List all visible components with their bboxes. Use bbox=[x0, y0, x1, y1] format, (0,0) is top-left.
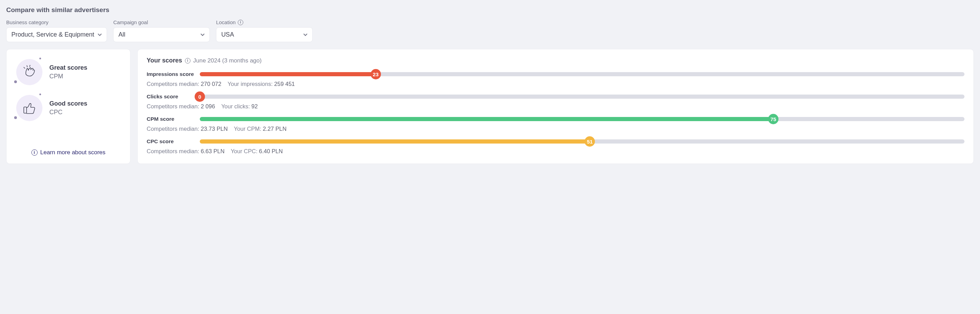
score-name: Clicks score bbox=[146, 94, 195, 100]
score-name: CPM score bbox=[146, 116, 195, 122]
great-scores-title: Great scores bbox=[49, 64, 87, 72]
score-row: Impressions score23Competitors median: 2… bbox=[146, 71, 964, 87]
location-select[interactable]: USA bbox=[216, 27, 313, 42]
median-value: 6.63 PLN bbox=[201, 148, 224, 154]
page-title: Compare with similar advertisers bbox=[6, 6, 974, 14]
high-five-icon bbox=[16, 59, 43, 85]
scores-header: Your scores i June 2024 (3 months ago) bbox=[146, 57, 964, 64]
score-details: Competitors median: 270 072Your impressi… bbox=[146, 81, 964, 87]
select-value: Product, Service & Equipment bbox=[11, 31, 94, 38]
good-scores-title: Good scores bbox=[49, 100, 87, 107]
filter-business-category: Business category Product, Service & Equ… bbox=[6, 19, 107, 42]
info-icon[interactable]: i bbox=[238, 20, 243, 25]
scores-date: June 2024 (3 months ago) bbox=[193, 57, 262, 64]
good-scores-row: Good scores CPC bbox=[16, 95, 121, 121]
yours-value: 259 451 bbox=[274, 81, 295, 87]
score-details: Competitors median: 23.73 PLNYour CPM: 2… bbox=[146, 126, 964, 132]
median-label: Competitors median: bbox=[146, 81, 201, 87]
score-value-badge: 75 bbox=[768, 114, 778, 124]
filter-campaign-goal: Campaign goal All bbox=[113, 19, 210, 42]
yours-label: Your clicks: bbox=[221, 103, 251, 109]
median-value: 2 096 bbox=[201, 103, 215, 109]
score-bar-fill bbox=[200, 117, 773, 121]
select-value: All bbox=[118, 31, 125, 38]
info-icon: i bbox=[32, 150, 38, 156]
score-bar-fill bbox=[200, 139, 590, 143]
chevron-down-icon bbox=[98, 33, 102, 37]
filter-label: Campaign goal bbox=[113, 19, 210, 25]
yours-label: Your CPC: bbox=[231, 148, 259, 154]
score-row: CPM score75Competitors median: 23.73 PLN… bbox=[146, 116, 964, 132]
chevron-down-icon bbox=[200, 33, 205, 37]
yours-label: Your impressions: bbox=[228, 81, 274, 87]
filter-location: Location i USA bbox=[216, 19, 313, 42]
score-bar: 0 bbox=[200, 94, 964, 99]
filter-label-text: Location bbox=[216, 19, 236, 25]
score-details: Competitors median: 2 096Your clicks: 92 bbox=[146, 103, 964, 110]
yours-value: 92 bbox=[251, 103, 258, 109]
filter-label: Location i bbox=[216, 19, 313, 25]
thumbs-up-icon bbox=[16, 95, 43, 121]
scores-card: Your scores i June 2024 (3 months ago) I… bbox=[137, 49, 974, 164]
score-value-badge: 23 bbox=[371, 69, 381, 80]
business-category-select[interactable]: Product, Service & Equipment bbox=[6, 27, 107, 42]
select-value: USA bbox=[221, 31, 234, 38]
score-value-badge: 51 bbox=[585, 136, 595, 147]
yours-label: Your CPM: bbox=[234, 126, 263, 132]
median-value: 270 072 bbox=[201, 81, 221, 87]
info-icon[interactable]: i bbox=[185, 58, 191, 64]
learn-more-text: Learn more about scores bbox=[40, 149, 106, 156]
score-bar: 51 bbox=[200, 139, 964, 143]
score-row: Clicks score0Competitors median: 2 096Yo… bbox=[146, 94, 964, 110]
campaign-goal-select[interactable]: All bbox=[113, 27, 210, 42]
learn-more-link[interactable]: i Learn more about scores bbox=[16, 149, 121, 156]
good-scores-metric: CPC bbox=[49, 109, 87, 116]
svg-rect-0 bbox=[24, 107, 27, 113]
score-name: Impressions score bbox=[146, 71, 195, 77]
filter-label: Business category bbox=[6, 19, 107, 25]
score-bar: 23 bbox=[200, 72, 964, 76]
main-content: Great scores CPM Good scores CPC i Learn… bbox=[6, 49, 974, 164]
great-scores-metric: CPM bbox=[49, 73, 87, 80]
yours-value: 2.27 PLN bbox=[263, 126, 287, 132]
score-row: CPC score51Competitors median: 6.63 PLNY… bbox=[146, 139, 964, 155]
yours-value: 6.40 PLN bbox=[259, 148, 283, 154]
score-bar-fill bbox=[200, 72, 376, 76]
score-name: CPC score bbox=[146, 139, 195, 145]
chevron-down-icon bbox=[303, 33, 307, 37]
median-label: Competitors median: bbox=[146, 148, 201, 154]
median-label: Competitors median: bbox=[146, 126, 201, 132]
score-value-badge: 0 bbox=[195, 91, 205, 102]
great-scores-row: Great scores CPM bbox=[16, 59, 121, 85]
scores-title: Your scores bbox=[146, 57, 182, 64]
score-details: Competitors median: 6.63 PLNYour CPC: 6.… bbox=[146, 148, 964, 155]
median-label: Competitors median: bbox=[146, 103, 201, 109]
scores-list: Impressions score23Competitors median: 2… bbox=[146, 71, 964, 155]
filters-bar: Business category Product, Service & Equ… bbox=[6, 19, 974, 42]
summary-card: Great scores CPM Good scores CPC i Learn… bbox=[6, 49, 130, 164]
median-value: 23.73 PLN bbox=[201, 126, 228, 132]
score-bar: 75 bbox=[200, 117, 964, 121]
